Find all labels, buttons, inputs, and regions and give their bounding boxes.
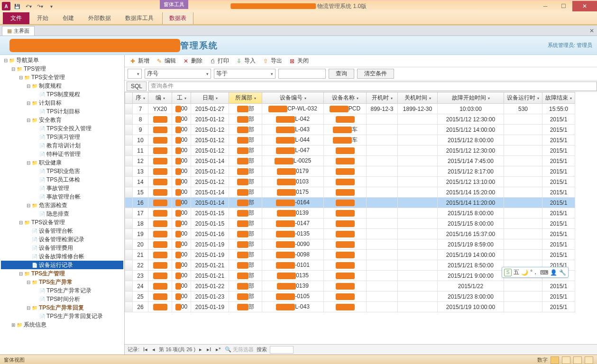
cell[interactable]: 00 [172,291,191,302]
cell[interactable] [367,281,398,291]
cell[interactable]: 2015/1 [542,281,575,291]
minimize-button[interactable]: ─ [536,1,554,11]
cell[interactable] [324,250,367,260]
cell[interactable] [148,218,172,229]
cell[interactable]: 00 [172,250,191,260]
column-header[interactable]: 所属部 [229,92,262,104]
ribbon-tab-external[interactable]: 外部数据 [82,12,118,24]
tree-node[interactable]: ⊟📁TPS生产管理 [1,269,123,278]
cell[interactable]: 2015-01-14 [191,198,229,208]
close-form-button[interactable]: ⊠关闭 [289,57,309,65]
table-row[interactable]: 14002015-01-12部01032015/1/12 13:10:00201… [125,177,575,187]
cell[interactable] [398,177,438,187]
column-header[interactable]: 故障结束 [542,92,575,104]
cell[interactable]: 2015-01-19 [191,250,229,260]
cell[interactable]: 2015/1/19 8:59:00 [438,239,504,250]
cell[interactable] [398,125,438,135]
tree-node[interactable]: 📄TPS员工体检 [1,175,123,184]
cell[interactable]: -0105 [262,291,324,302]
column-header[interactable]: 日期 [191,92,229,104]
cell[interactable]: 2015-01-12 [191,177,229,187]
cell[interactable]: 部 [229,250,262,260]
cell[interactable]: 0139 [262,208,324,218]
cell[interactable]: 2015/1/15 8:00:00 [438,218,504,229]
column-header[interactable]: 序 [133,92,148,104]
view-layout-button[interactable] [573,356,582,364]
cell[interactable]: 部 [229,135,262,146]
cell[interactable] [324,291,367,302]
cell[interactable]: 部 [229,114,262,125]
cell[interactable]: 部 [229,271,262,281]
table-row[interactable]: 26002015-01-19部L-0432015/1/19 10:00:0020… [125,302,575,312]
cell[interactable] [504,291,542,302]
cell[interactable] [504,114,542,125]
cell[interactable] [125,125,133,135]
cell[interactable] [148,156,172,166]
column-header[interactable]: 设备编号 [262,92,324,104]
cell[interactable]: 2015/1/23 8:00:00 [438,291,504,302]
cell[interactable] [125,302,133,312]
cell[interactable]: 2015/1 [542,125,575,135]
tree-node[interactable]: 📄设备管理费用 [1,244,123,252]
sql-input[interactable]: 查询条件 [148,82,597,91]
cell[interactable]: 2015-01-19 [191,239,229,250]
cell[interactable] [324,260,367,271]
column-header[interactable]: 编 [148,92,172,104]
tree-node[interactable]: 📄事故管理台帐 [1,192,123,201]
cell[interactable]: 2015/1/19 10:00:00 [438,302,504,312]
cell[interactable]: -0098 [262,250,324,260]
cell[interactable] [125,187,133,198]
cell[interactable] [148,291,172,302]
qat-more-icon[interactable]: ▾ [46,1,56,11]
tree-node[interactable]: ⊟📁安全教育 [1,116,123,124]
tree-node[interactable]: 📄TPS职业危害 [1,167,123,175]
cell[interactable]: 8 [133,114,148,125]
cell[interactable] [398,260,438,271]
cell[interactable] [367,218,398,229]
table-row[interactable]: 16002015-01-14部-01642015/1/14 11:20:0020… [125,198,575,208]
cell[interactable] [148,260,172,271]
cell[interactable]: 00 [172,135,191,146]
edit-button[interactable]: ✎编辑 [156,57,176,65]
ime-toolbar[interactable]: S 五 🌙 °， ⌨ 👤 🔧 [502,267,569,278]
table-row[interactable]: 25002015-01-23部-01052015/1/23 8:00:00201… [125,291,575,302]
ribbon-tab-start[interactable]: 开始 [30,12,55,24]
cell[interactable]: 部 [229,218,262,229]
cell[interactable]: 0103 [262,177,324,187]
table-row[interactable]: 7YX20002015-01-27部CP-WL-032PCD899-12-318… [125,104,575,114]
cell[interactable]: 部 [229,302,262,312]
cell[interactable] [504,125,542,135]
cell[interactable]: 部 [229,187,262,198]
cell[interactable]: 00 [172,114,191,125]
cell[interactable]: 00 [172,187,191,198]
cell[interactable]: 00 [172,260,191,271]
cell[interactable] [367,208,398,218]
cell[interactable]: 00 [172,218,191,229]
cell[interactable]: 2015-01-14 [191,156,229,166]
cell[interactable] [125,146,133,156]
cell[interactable] [367,271,398,281]
cell[interactable]: 2015-01-15 [191,208,229,218]
new-button[interactable]: ✚新增 [129,57,149,65]
ime-user-icon[interactable]: 👤 [550,269,557,276]
cell[interactable]: 部 [229,198,262,208]
cell[interactable]: 10:03:00 [438,104,504,114]
cell[interactable] [148,281,172,291]
cell[interactable]: -0147 [262,218,324,229]
cell[interactable]: 2015-01-22 [191,281,229,291]
cell[interactable]: 部 [229,260,262,271]
cell[interactable] [398,114,438,125]
cell[interactable]: 00 [172,208,191,218]
cell[interactable]: 00 [172,177,191,187]
column-header[interactable] [125,92,133,104]
cell[interactable]: 1899-12-30 [398,104,438,114]
nav-first-button[interactable]: I◂ [142,346,148,353]
cell[interactable] [504,281,542,291]
cell[interactable]: 2015/1/14 7:45:00 [438,156,504,166]
cell[interactable]: 2015/1/16 15:37:00 [438,229,504,239]
cell[interactable] [324,187,367,198]
cell[interactable]: 00 [172,198,191,208]
cell[interactable]: YX20 [148,104,172,114]
ribbon-tab-dbtools[interactable]: 数据库工具 [119,12,160,24]
cell[interactable] [398,166,438,177]
